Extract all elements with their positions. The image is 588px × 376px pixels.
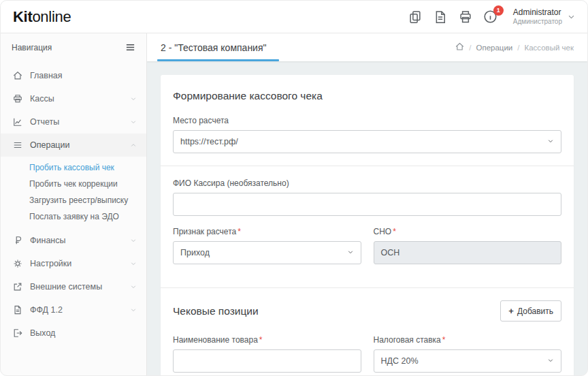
add-position-button[interactable]: + Добавить	[500, 300, 561, 322]
sidebar-item-label: Финансы	[30, 236, 65, 245]
cash-register-icon	[10, 94, 25, 104]
sidebar-item-label: Настройки	[30, 259, 71, 268]
chevron-down-icon	[547, 356, 554, 366]
calc-sign-label: Признак расчета*	[173, 227, 361, 236]
user-name: Administrator	[513, 7, 562, 18]
info-icon[interactable]: 1	[483, 9, 499, 25]
sno-field: ОСН	[374, 241, 562, 264]
sidebar-item-reports[interactable]: Отчеты	[1, 110, 146, 134]
sidebar-item-label: Внешние системы	[30, 282, 102, 292]
tax-select[interactable]: НДС 20%	[374, 349, 562, 373]
sidebar-title: Навигация	[12, 43, 52, 52]
place-select-value: https://тест.рф/	[180, 137, 238, 146]
breadcrumb-separator: /	[517, 44, 519, 52]
user-menu[interactable]: Administrator Администратор	[513, 7, 575, 27]
chevron-down-icon	[547, 137, 554, 146]
header-actions: 1 Administrator Администратор	[407, 7, 575, 27]
chevron-down-icon	[130, 119, 137, 125]
chevron-up-icon	[130, 142, 137, 148]
pdf-file-icon[interactable]	[432, 9, 448, 25]
breadcrumb-current: Кассовый чек	[524, 44, 574, 52]
sidebar-item-logout[interactable]: Выход	[1, 322, 146, 345]
main-area: 2 - "Тестовая компания" / Операции / Кас…	[147, 33, 587, 376]
chevron-down-icon	[130, 260, 137, 267]
submenu-item-punch-receipt[interactable]: Пробить кассовый чек	[1, 159, 146, 176]
logo-rest: online	[32, 8, 71, 25]
header: Kitonline 1 Administrator Администратор	[1, 1, 587, 33]
document-icon	[10, 305, 25, 315]
sidebar-item-home[interactable]: Главная	[1, 64, 146, 87]
home-icon	[10, 71, 25, 80]
external-link-icon	[10, 282, 25, 292]
sidebar-item-label: Кассы	[30, 94, 54, 104]
logout-icon	[10, 328, 25, 338]
receipt-form-card: Формирование кассового чека Место расчет…	[161, 75, 574, 376]
place-label: Место расчета	[173, 116, 561, 125]
chevron-down-icon	[568, 11, 575, 23]
submenu-item-correction-receipt[interactable]: Пробить чек коррекции	[1, 176, 146, 192]
chevron-down-icon	[130, 307, 137, 313]
submenu-item-label: Пробить чек коррекции	[29, 179, 118, 189]
copy-icon[interactable]	[407, 9, 423, 25]
sidebar-menu: Главная Кассы Отчеты Операции	[1, 61, 146, 345]
required-mark: *	[238, 227, 241, 236]
chevron-down-icon	[130, 283, 137, 290]
place-select[interactable]: https://тест.рф/	[173, 130, 561, 153]
breadcrumb: / Операции / Кассовый чек	[455, 42, 574, 52]
sidebar-item-operations[interactable]: Операции	[1, 134, 146, 157]
calc-sign-select[interactable]: Приход	[173, 241, 361, 264]
logo-bold: Kit	[13, 8, 32, 25]
calc-sign-select-value: Приход	[180, 248, 210, 257]
sidebar-item-ffd[interactable]: ФФД 1.2	[1, 298, 146, 322]
submenu-item-upload-registry[interactable]: Загрузить реестр/выписку	[1, 192, 146, 208]
chevron-down-icon	[130, 237, 137, 244]
sidebar-item-label: ФФД 1.2	[30, 305, 63, 315]
sidebar-item-finances[interactable]: Финансы	[1, 229, 146, 252]
required-mark: *	[259, 335, 263, 345]
breadcrumb-operations[interactable]: Операции	[476, 44, 512, 52]
list-icon	[10, 140, 25, 150]
sno-label: СНО*	[374, 227, 562, 236]
chevron-down-icon	[347, 248, 354, 257]
sidebar-item-settings[interactable]: Настройки	[1, 252, 146, 275]
chart-icon	[10, 117, 25, 127]
item-name-input[interactable]	[173, 349, 361, 373]
breadcrumb-separator: /	[469, 44, 471, 52]
submenu-item-label: Пробить кассовый чек	[29, 163, 114, 172]
submenu-item-label: Послать заявку на ЭДО	[29, 212, 119, 221]
user-role: Администратор	[513, 18, 562, 27]
sidebar-item-label: Операции	[30, 140, 69, 150]
sidebar-item-external-systems[interactable]: Внешние системы	[1, 275, 146, 298]
sidebar-item-kassy[interactable]: Кассы	[1, 87, 146, 110]
sidebar-item-label: Выход	[30, 328, 55, 338]
sidebar: Навигация Главная Кассы Отчеты	[1, 33, 147, 376]
cashier-label: ФИО Кассира (необязательно)	[173, 178, 561, 188]
required-mark: *	[393, 227, 396, 236]
sidebar-header: Навигация	[1, 33, 146, 61]
required-mark: *	[442, 335, 446, 345]
add-position-label: Добавить	[517, 307, 553, 316]
gears-icon	[10, 259, 25, 268]
cashier-input[interactable]	[173, 193, 561, 216]
divider	[161, 166, 574, 166]
page-topbar: 2 - "Тестовая компания" / Операции / Кас…	[147, 33, 587, 61]
positions-title: Чековые позиции	[173, 305, 259, 317]
page-title: 2 - "Тестовая компания"	[161, 33, 267, 61]
operations-submenu: Пробить кассовый чек Пробить чек коррекц…	[1, 157, 146, 229]
sidebar-item-label: Главная	[30, 71, 63, 80]
home-icon[interactable]	[455, 42, 464, 52]
ruble-icon	[10, 236, 25, 245]
print-icon[interactable]	[457, 9, 474, 25]
tax-label: Налоговая ставка*	[374, 335, 562, 345]
content: Формирование кассового чека Место расчет…	[147, 61, 587, 376]
item-name-label: Наименование товара*	[173, 335, 361, 345]
form-title: Формирование кассового чека	[173, 90, 561, 102]
submenu-item-edo-request[interactable]: Послать заявку на ЭДО	[1, 208, 146, 225]
divider	[161, 287, 574, 288]
sidebar-item-label: Отчеты	[30, 117, 59, 127]
chevron-down-icon	[130, 95, 137, 102]
hamburger-icon[interactable]	[125, 42, 135, 52]
app-window: Kitonline 1 Administrator Администратор	[0, 0, 588, 376]
logo[interactable]: Kitonline	[13, 8, 71, 26]
notification-badge: 1	[493, 5, 504, 16]
